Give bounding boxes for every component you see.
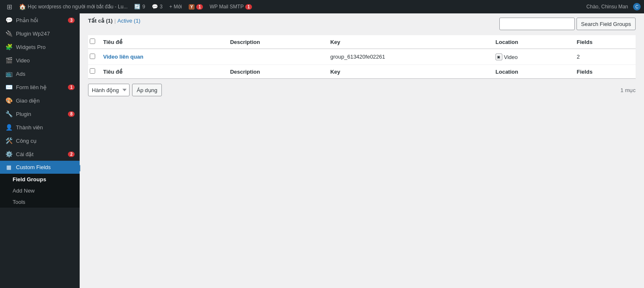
thanh-vien-icon: 👤: [5, 124, 13, 131]
submenu-item-tools[interactable]: Tools: [0, 196, 80, 208]
col-fields-bottom: Fields: [573, 65, 636, 79]
table-header-top: Tiêu đề Description Key Location Fields: [88, 35, 636, 49]
greeting-text: Chào, Chinsu Man: [583, 4, 631, 10]
admin-bar: ⊞ 🏠 Học wordpress cho người mới bắt đầu …: [0, 0, 644, 13]
sidebar-item-custom-fields[interactable]: ▦ Custom Fields ◀: [0, 161, 80, 174]
location-box-icon: ▣: [496, 54, 502, 60]
custom-fields-icon: ▦: [5, 164, 13, 170]
sidebar-label-plugin: Plugin: [16, 111, 31, 117]
row-location: ▣ Video: [491, 49, 573, 65]
row-checkbox[interactable]: [90, 54, 95, 59]
search-input[interactable]: [499, 18, 575, 30]
submenu-label-tools: Tools: [13, 199, 25, 205]
cai-dat-badge: 2: [68, 152, 75, 157]
filter-separator: |: [114, 18, 116, 24]
sidebar-item-form-lien-he[interactable]: ✉️ Form liên hệ 1: [0, 80, 80, 94]
filter-links: Tất cả (1) | Active (1): [88, 18, 499, 24]
adminbar-new[interactable]: + Mới: [166, 0, 185, 13]
sidebar-item-thanh-vien[interactable]: 👤 Thành viên: [0, 121, 80, 134]
sidebar-label-plugin-wp247: Plugin Wp247: [16, 31, 50, 37]
col-title-bottom[interactable]: Tiêu đề: [99, 65, 226, 79]
wp-logo-icon: ⊞: [7, 3, 12, 11]
row-key: group_613420fe02261: [326, 49, 491, 65]
site-name-text: Học wordpress cho người mới bắt đầu - Lu…: [28, 4, 127, 10]
adminbar-comments[interactable]: 💬 3: [148, 0, 166, 13]
sidebar-arrow-icon: ◀: [74, 163, 80, 172]
sidebar-label-custom-fields: Custom Fields: [16, 164, 51, 170]
search-button[interactable]: Search Field Groups: [576, 18, 636, 30]
yoast-icon: Y: [189, 4, 195, 10]
sidebar-item-ads[interactable]: 📺 Ads: [0, 67, 80, 80]
submenu-label-field-groups: Field Groups: [13, 176, 46, 183]
select-all-bottom[interactable]: [90, 68, 95, 74]
sidebar-label-video: Video: [16, 57, 30, 64]
wpmail-badge: 1: [245, 4, 252, 10]
cai-dat-icon: ⚙️: [5, 151, 13, 157]
sidebar-label-giao-dien: Giao diện: [16, 98, 39, 104]
updates-icon: 🔄: [134, 4, 140, 10]
col-key-bottom: Key: [326, 65, 491, 79]
comments-count: 3: [160, 4, 163, 10]
sidebar-item-giao-dien[interactable]: 🎨 Giao diện: [0, 94, 80, 107]
giao-dien-icon: 🎨: [5, 97, 13, 104]
adminbar-wpmail[interactable]: WP Mail SMTP 1: [206, 0, 255, 13]
form-badge: 1: [68, 85, 75, 90]
sidebar-label-cong-cu: Công cụ: [16, 138, 36, 144]
widgets-pro-icon: 🧩: [5, 44, 13, 50]
row-title: Video liên quan: [99, 49, 226, 65]
col-description-bottom: Description: [226, 65, 326, 79]
sidebar-label-ads: Ads: [16, 71, 25, 77]
filter-active-link[interactable]: Active (1): [117, 18, 140, 24]
col-location-top: Location: [491, 35, 573, 49]
sidebar-item-widgets-pro[interactable]: 🧩 Widgets Pro: [0, 40, 80, 54]
main-content: Search Field Groups Tất cả (1) | Active …: [80, 13, 644, 288]
ads-icon: 📺: [5, 70, 13, 77]
adminbar-site-name[interactable]: 🏠 Học wordpress cho người mới bắt đầu - …: [16, 0, 131, 13]
filter-active-label: Active: [117, 18, 132, 24]
table-row: Video liên quan group_613420fe02261 ▣: [88, 49, 636, 65]
row-check: [88, 49, 99, 65]
sidebar-label-widgets-pro: Widgets Pro: [16, 44, 46, 50]
adminbar-wp-logo[interactable]: ⊞: [3, 0, 16, 13]
wrap: Search Field Groups Tất cả (1) | Active …: [80, 13, 644, 288]
wpmail-label: WP Mail SMTP: [210, 4, 244, 10]
sidebar-label-phan-hoi: Phản hồi: [16, 17, 38, 23]
phan-hoi-badge: 3: [68, 18, 75, 23]
submenu-custom-fields: Field Groups Add New Tools: [0, 174, 80, 208]
updates-count: 9: [142, 4, 145, 10]
submenu-item-field-groups[interactable]: Field Groups: [0, 174, 80, 185]
sidebar-item-video[interactable]: 🎬 Video: [0, 54, 80, 67]
sidebar-item-cong-cu[interactable]: 🛠️ Công cụ: [0, 134, 80, 147]
phan-hoi-icon: 💬: [5, 17, 13, 23]
location-value: ▣ Video: [496, 54, 518, 60]
video-icon: 🎬: [5, 57, 13, 64]
apply-button[interactable]: Áp dụng: [132, 84, 162, 96]
filter-all-link[interactable]: Tất cả (1): [88, 18, 113, 24]
col-title-top[interactable]: Tiêu đề: [99, 35, 226, 49]
sidebar-item-cai-dat[interactable]: ⚙️ Cài đặt 2: [0, 147, 80, 161]
location-text: Video: [504, 54, 518, 60]
col-check-bottom: [88, 65, 99, 79]
plugin-badge: 8: [68, 111, 75, 117]
tablenav-bottom: Hành động Xoá Áp dụng 1 mục: [88, 81, 636, 99]
plugin-icon: 🔧: [5, 111, 13, 117]
submenu-label-add-new: Add New: [13, 188, 35, 194]
sidebar-label-form: Form liên hệ: [16, 84, 47, 90]
col-location-bottom: Location: [491, 65, 573, 79]
search-box: Search Field Groups: [499, 18, 636, 30]
col-description-top: Description: [226, 35, 326, 49]
submenu-item-add-new[interactable]: Add New: [0, 185, 80, 196]
sidebar-item-plugin-wp247[interactable]: 🔌 Plugin Wp247: [0, 27, 80, 40]
comments-icon: 💬: [152, 4, 158, 10]
select-all-top[interactable]: [90, 39, 95, 44]
row-title-link[interactable]: Video liên quan: [103, 54, 143, 60]
adminbar-yoast[interactable]: Y 1: [185, 0, 206, 13]
wp-layout: 💬 Phản hồi 3 🔌 Plugin Wp247 🧩 Widgets Pr…: [0, 13, 644, 288]
sidebar-label-thanh-vien: Thành viên: [16, 124, 43, 131]
sidebar-item-plugin[interactable]: 🔧 Plugin 8: [0, 107, 80, 121]
avatar: C: [633, 3, 641, 10]
adminbar-updates[interactable]: 🔄 9: [131, 0, 148, 13]
bulk-action-select[interactable]: Hành động Xoá: [88, 84, 130, 96]
filter-row: Search Field Groups Tất cả (1) | Active …: [88, 18, 636, 33]
sidebar-item-phan-hoi[interactable]: 💬 Phản hồi 3: [0, 13, 80, 27]
